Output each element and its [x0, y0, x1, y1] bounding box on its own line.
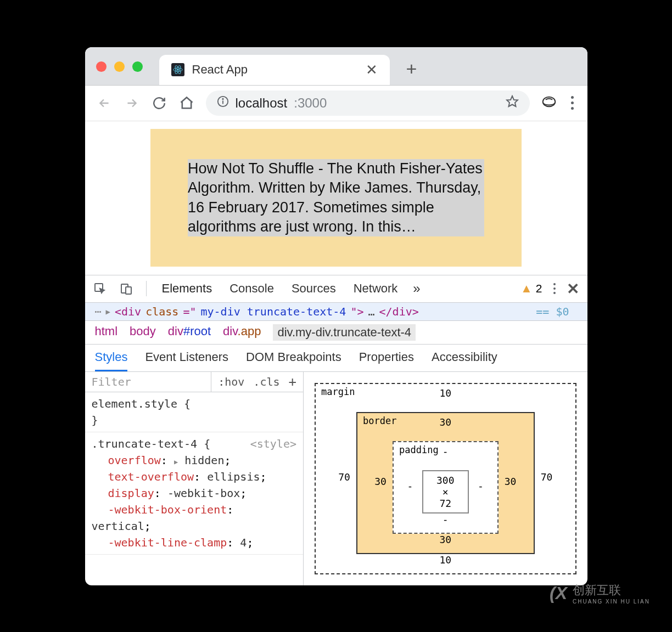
crumb-body[interactable]: body	[130, 324, 156, 341]
breadcrumb: html body div#root div.app div.my-div.tr…	[85, 321, 587, 345]
svg-marker-7	[507, 96, 518, 106]
ellipsis-icon: ⋯	[95, 305, 102, 318]
reload-button[interactable]	[151, 95, 167, 111]
devtools-menu-button[interactable]	[553, 283, 556, 294]
styles-sub-tabs: Styles Event Listeners DOM Breakpoints P…	[85, 345, 587, 372]
sub-tab-properties[interactable]: Properties	[359, 350, 414, 371]
home-button[interactable]	[178, 95, 195, 111]
browser-tab[interactable]: React App ✕	[159, 55, 390, 85]
page-content: How Not To Shuffle - The Knuth Fisher-Ya…	[85, 121, 587, 275]
selected-element-line[interactable]: ⋯ ▶ <div class="my-div truncate-text-4">…	[85, 303, 587, 321]
svg-point-6	[222, 98, 223, 99]
expand-triangle-icon[interactable]: ▶	[106, 307, 110, 316]
crumb-root[interactable]: div#root	[168, 324, 211, 341]
react-favicon-icon	[171, 63, 184, 76]
watermark: (X 创新互联 CHUANG XIN HU LIAN	[550, 582, 650, 605]
sub-tab-styles[interactable]: Styles	[95, 350, 128, 371]
tab-console[interactable]: Console	[227, 275, 276, 302]
inspect-element-icon[interactable]	[93, 282, 107, 295]
devtools-panel: Elements Console Sources Network » ▲2 ✕ …	[85, 275, 587, 585]
browser-window: React App ✕ + localhost:3000 How Not To …	[85, 47, 587, 585]
new-style-rule-icon[interactable]: +	[289, 374, 296, 390]
browser-menu-button[interactable]	[568, 96, 576, 110]
new-tab-button[interactable]: +	[390, 58, 417, 85]
url-host: localhost	[236, 95, 288, 111]
devtools-close-icon[interactable]: ✕	[567, 280, 579, 298]
sub-tab-accessibility[interactable]: Accessibility	[432, 350, 497, 371]
rule-element-style[interactable]: element.style { }	[85, 392, 303, 432]
hov-toggle[interactable]: :hov	[218, 375, 244, 388]
svg-rect-11	[126, 287, 131, 294]
traffic-lights	[85, 61, 143, 85]
tab-sources[interactable]: Sources	[289, 275, 338, 302]
bookmark-star-icon[interactable]	[506, 95, 519, 111]
more-tabs-icon[interactable]: »	[413, 281, 420, 296]
maximize-window-button[interactable]	[132, 61, 143, 72]
crumb-html[interactable]: html	[95, 324, 118, 341]
close-tab-icon[interactable]: ✕	[366, 61, 378, 78]
address-bar[interactable]: localhost:3000	[206, 91, 530, 116]
back-button[interactable]	[96, 95, 113, 111]
sub-tab-listeners[interactable]: Event Listeners	[145, 350, 228, 371]
crumb-selected[interactable]: div.my-div.truncate-text-4	[273, 324, 416, 341]
toolbar: localhost:3000	[85, 86, 587, 121]
cls-toggle[interactable]: .cls	[253, 375, 279, 388]
close-window-button[interactable]	[96, 61, 107, 72]
styles-filter-input[interactable]: Filter	[85, 372, 211, 392]
titlebar: React App ✕ +	[85, 47, 587, 86]
styles-panes: Filter :hov .cls + element.style { } <st…	[85, 372, 587, 585]
box-model-content: 300 × 72	[422, 470, 469, 514]
styles-pane: Filter :hov .cls + element.style { } <st…	[85, 372, 304, 585]
tab-network[interactable]: Network	[351, 275, 400, 302]
devtools-tabs: Elements Console Sources Network » ▲2 ✕	[85, 275, 587, 303]
tab-title: React App	[192, 63, 358, 77]
svg-point-0	[177, 69, 178, 70]
extension-icon[interactable]	[541, 95, 557, 111]
device-toggle-icon[interactable]	[120, 282, 133, 295]
watermark-logo-icon: (X	[550, 583, 567, 603]
minimize-window-button[interactable]	[114, 61, 125, 72]
sub-tab-dom-bp[interactable]: DOM Breakpoints	[246, 350, 341, 371]
content-wrapper: How Not To Shuffle - The Knuth Fisher-Ya…	[150, 129, 522, 266]
warning-icon: ▲	[520, 281, 533, 296]
box-model-pane: margin 10 70 border 30 30 padding	[304, 372, 587, 585]
warning-badge[interactable]: ▲2	[520, 281, 542, 296]
tab-elements[interactable]: Elements	[160, 275, 215, 302]
url-port: :3000	[294, 95, 327, 111]
box-model[interactable]: margin 10 70 border 30 30 padding	[315, 383, 576, 574]
site-info-icon[interactable]	[217, 95, 229, 111]
rule-truncate[interactable]: <style> .truncate-text-4 { overflow: ▶ h…	[85, 432, 303, 555]
crumb-app[interactable]: div.app	[223, 324, 261, 341]
forward-button[interactable]	[124, 95, 140, 111]
article-text: How Not To Shuffle - The Knuth Fisher-Ya…	[188, 159, 484, 236]
